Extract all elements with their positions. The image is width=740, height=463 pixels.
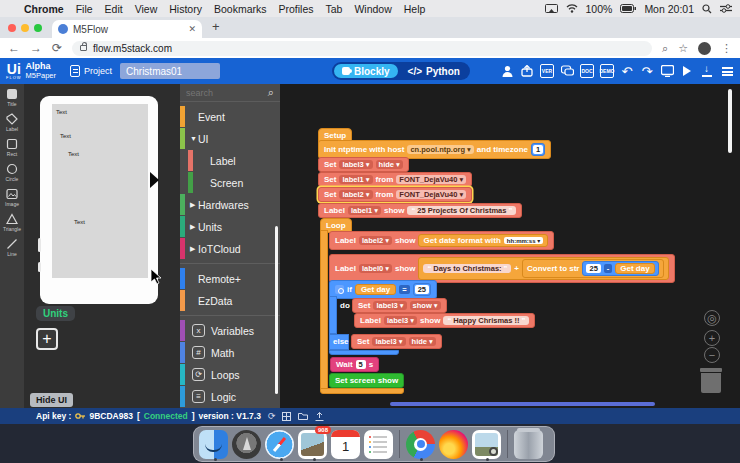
dock-chrome[interactable] bbox=[406, 430, 435, 459]
block-search-input[interactable] bbox=[186, 88, 268, 98]
block-get-day[interactable]: Get day bbox=[355, 284, 396, 295]
block-set-label3-hide2[interactable]: Set label3 ▾ hide ▾ bbox=[351, 334, 442, 349]
add-unit-button[interactable]: + bbox=[36, 328, 58, 350]
folder-icon[interactable] bbox=[298, 412, 308, 420]
menu-profiles[interactable]: Profiles bbox=[278, 3, 313, 15]
new-tab-button[interactable]: + bbox=[212, 19, 220, 34]
device-screen[interactable]: Text Text Text Text bbox=[52, 104, 148, 278]
category-ui[interactable]: ▼ UI bbox=[180, 131, 280, 146]
block-label3-show-text[interactable]: Label label3 ▾ show Happy Chrismas !! bbox=[354, 313, 535, 328]
download-icon[interactable] bbox=[700, 64, 714, 78]
compare-value[interactable]: 25 bbox=[413, 283, 431, 296]
visibility-dropdown[interactable]: show ▾ bbox=[410, 301, 441, 310]
project-button[interactable]: Project bbox=[70, 65, 112, 77]
browser-tab[interactable]: M5Flow ✕ bbox=[52, 20, 202, 38]
canvas-vertical-scrollbar[interactable] bbox=[728, 89, 732, 153]
label-dropdown[interactable]: label1 ▾ bbox=[348, 206, 381, 215]
dock-finder[interactable] bbox=[199, 430, 228, 459]
menu-file[interactable]: File bbox=[76, 3, 93, 15]
tab-close-icon[interactable]: ✕ bbox=[188, 24, 196, 34]
block-search[interactable]: ⌕ bbox=[180, 84, 280, 102]
label-dropdown[interactable]: label2 ▾ bbox=[339, 190, 372, 199]
block-get-date-format[interactable]: Get date format with hh:mm:ss ▾ bbox=[418, 234, 548, 247]
doc-icon[interactable]: DOC bbox=[580, 64, 594, 78]
window-zoom-button[interactable] bbox=[34, 24, 42, 32]
menu-tab[interactable]: Tab bbox=[325, 3, 342, 15]
block-math-subtract[interactable]: 25 - Get day bbox=[582, 261, 658, 276]
block-get-day[interactable]: Get day bbox=[615, 263, 654, 274]
category-iotcloud[interactable]: ▶ IoTCloud bbox=[180, 241, 280, 256]
redo-icon[interactable]: ↷ bbox=[640, 64, 654, 78]
grid-icon[interactable] bbox=[282, 412, 291, 421]
mode-python-button[interactable]: </> Python bbox=[400, 64, 468, 78]
label-dropdown[interactable]: label3 ▾ bbox=[373, 301, 406, 310]
tool-line[interactable]: Line bbox=[6, 238, 18, 257]
device-monitor-icon[interactable] bbox=[660, 64, 674, 78]
zoom-out-button[interactable]: − bbox=[704, 347, 720, 363]
category-ui-label[interactable]: Label bbox=[180, 153, 280, 168]
lock-icon[interactable] bbox=[80, 45, 87, 51]
address-bar[interactable]: flow.m5stack.com bbox=[72, 41, 652, 56]
tool-circle[interactable]: Circle bbox=[6, 163, 19, 182]
dock-launchpad[interactable] bbox=[232, 430, 261, 459]
visibility-dropdown[interactable]: hide ▾ bbox=[376, 160, 403, 169]
user-icon[interactable] bbox=[500, 64, 514, 78]
blockly-canvas[interactable]: Setup Init ntptime with host cn.pool.ntp… bbox=[280, 84, 740, 408]
wait-seconds-input[interactable]: 5 bbox=[356, 360, 366, 369]
browser-menu-icon[interactable]: ⋮ bbox=[721, 42, 732, 55]
forward-button[interactable]: → bbox=[30, 41, 42, 55]
chevron-right-icon[interactable]: ▶ bbox=[190, 245, 198, 253]
upload-icon[interactable] bbox=[315, 412, 324, 421]
profile-avatar[interactable] bbox=[698, 42, 711, 55]
window-minimize-button[interactable] bbox=[21, 24, 29, 32]
block-set-screen-show[interactable]: Set screen show bbox=[329, 373, 404, 388]
units-badge[interactable]: Units bbox=[36, 306, 75, 321]
screen-label-1[interactable]: Text bbox=[60, 133, 71, 139]
canvas-horizontal-scrollbar[interactable] bbox=[390, 402, 655, 406]
menu-edit[interactable]: Edit bbox=[105, 3, 123, 15]
tool-triangle[interactable]: Triangle bbox=[3, 213, 21, 232]
screen-label-0[interactable]: Text bbox=[56, 109, 67, 115]
dock-safari[interactable] bbox=[265, 430, 294, 459]
label-dropdown[interactable]: label0 ▾ bbox=[359, 264, 392, 273]
back-button[interactable]: ← bbox=[8, 41, 20, 55]
block-set-label2-font[interactable]: Set label2 ▾ from FONT_DejaVu40 ▾ bbox=[318, 187, 472, 202]
block-convert-to-str[interactable]: Convert to str 25 - Get day bbox=[522, 259, 664, 278]
dock-calendar[interactable]: 1 bbox=[331, 430, 360, 459]
screen-label-2[interactable]: Text bbox=[68, 151, 79, 157]
center-view-button[interactable]: ◎ bbox=[704, 310, 720, 326]
chevron-down-icon[interactable]: ▼ bbox=[190, 135, 198, 142]
block-set-label3-hide[interactable]: Set label3 ▾ hide ▾ bbox=[318, 157, 409, 172]
category-ui-screen[interactable]: Screen bbox=[180, 175, 280, 190]
string-input[interactable]: 25 Projects Of Christmas bbox=[407, 206, 516, 215]
compare-dropdown[interactable]: = bbox=[399, 285, 409, 294]
operator-dropdown[interactable]: - bbox=[604, 264, 613, 273]
category-ezdata[interactable]: EzData bbox=[180, 293, 280, 308]
dock-trash[interactable] bbox=[514, 430, 543, 459]
category-hardwares[interactable]: ▶ Hardwares bbox=[180, 197, 280, 212]
zoom-page-icon[interactable]: ⌕ bbox=[662, 42, 668, 55]
menu-active-app[interactable]: Chrome bbox=[24, 3, 64, 15]
category-variables[interactable]: x Variables bbox=[180, 323, 280, 338]
dock-reminders[interactable] bbox=[364, 430, 393, 459]
block-label1-show[interactable]: Label label1 ▾ show 25 Projects Of Chris… bbox=[318, 203, 522, 218]
trash-icon[interactable] bbox=[698, 368, 724, 394]
menu-history[interactable]: History bbox=[169, 3, 202, 15]
zoom-in-button[interactable]: + bbox=[704, 330, 720, 346]
version-icon[interactable]: VER bbox=[540, 64, 554, 78]
demo-icon[interactable]: DEMO bbox=[600, 64, 614, 78]
share-icon[interactable] bbox=[520, 64, 534, 78]
category-units[interactable]: ▶ Units bbox=[180, 219, 280, 234]
chevron-right-icon[interactable]: ▶ bbox=[190, 223, 198, 231]
category-remote[interactable]: Remote+ bbox=[180, 271, 280, 286]
bookmark-star-icon[interactable]: ☆ bbox=[678, 42, 688, 55]
label-dropdown[interactable]: label2 ▾ bbox=[359, 236, 392, 245]
tool-rect[interactable]: Rect bbox=[6, 138, 18, 157]
ntp-host-dropdown[interactable]: cn.pool.ntp.org ▾ bbox=[407, 145, 473, 154]
project-name-input[interactable] bbox=[120, 63, 220, 79]
reload-button[interactable]: ⟳ bbox=[52, 41, 62, 55]
spotlight-icon[interactable] bbox=[702, 4, 712, 14]
block-string-concat[interactable]: Days to Christmas: + Convert to str 25 -… bbox=[418, 257, 668, 280]
visibility-dropdown[interactable]: hide ▾ bbox=[409, 337, 436, 346]
feedback-icon[interactable] bbox=[560, 64, 574, 78]
